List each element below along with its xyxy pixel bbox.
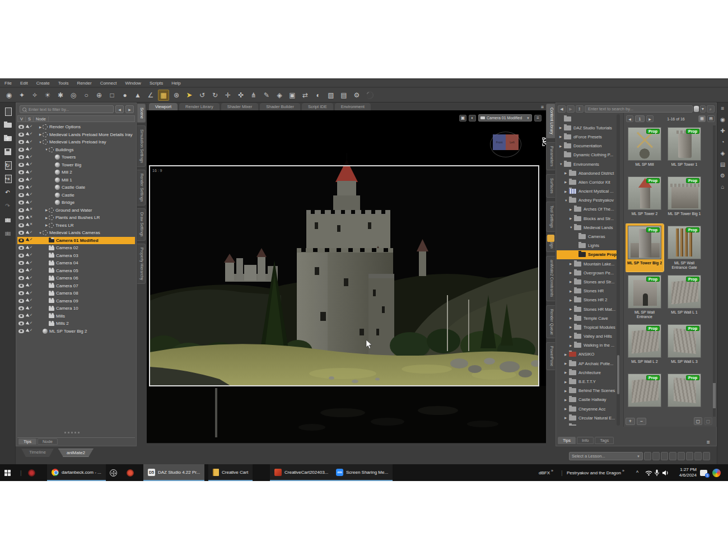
folder-row[interactable]: ▶ Tropical Modules [557,323,617,332]
asset-thumbnail[interactable]: Prop [628,127,661,161]
visibility-eye-icon[interactable] [18,133,24,137]
viewport-tab[interactable]: Script IDE [302,103,333,110]
pane-tab[interactable]: PowerPose [546,342,555,370]
dock-icon[interactable]: ↶ [3,188,12,197]
toolbar-icon[interactable]: ⋔ [248,90,259,101]
visibility-eye-icon[interactable] [18,193,24,197]
asset-thumbnail[interactable]: Prop [668,226,701,259]
back-button[interactable]: ◀ [558,105,566,113]
dock-icon[interactable] [3,120,12,129]
selectable-pointer-icon[interactable]: ✓ [26,276,32,281]
lesson-nav-button[interactable] [678,452,685,460]
selectable-pointer-icon[interactable]: ✕ [26,207,32,213]
expand-twisty[interactable]: ▶ [570,335,573,338]
timeline-tab[interactable]: Timeline [21,449,54,457]
lesson-nav-button[interactable] [669,452,676,460]
pane-tab[interactable]: Surfaces [546,174,555,198]
asset-thumbnail[interactable]: Prop [668,176,701,210]
scene-node-row[interactable]: ✓ ▼ Medieval Lands Cameras [17,229,135,237]
toolbar-icon[interactable]: ▣ [287,90,298,101]
folder-row[interactable]: ▶ Mountain Lake... [557,259,617,268]
selectable-pointer-icon[interactable]: ✓ [26,306,32,311]
pane-tab[interactable]: Tool Settings [546,202,555,232]
scene-node-row[interactable]: ✓ Camera 05 [17,267,135,275]
lesson-nav-button[interactable] [652,452,660,460]
expand-twisty[interactable]: ▶ [564,171,568,175]
asset-tile[interactable]: Prop ML SP Wall L 2 [626,323,664,370]
taskbar-app-browser[interactable]: dartanbeck.com - ... [47,464,106,481]
folder-row[interactable]: ▼ Environments [557,160,617,169]
viewport-tab[interactable]: Render Library [179,103,220,110]
visibility-eye-icon[interactable] [18,178,24,182]
selectable-pointer-icon[interactable]: ✕ [26,222,32,228]
menu-item[interactable]: Render [77,81,91,86]
visibility-eye-icon[interactable] [18,306,24,310]
visibility-eye-icon[interactable] [18,140,24,144]
visibility-eye-icon[interactable] [18,231,24,235]
selectable-pointer-icon[interactable]: ✓ [26,237,32,243]
panel-resize-handle[interactable] [64,432,81,433]
scene-node-row[interactable]: ✓ Mills 2 [17,320,135,328]
menu-item[interactable]: Help [171,81,180,86]
visibility-eye-icon[interactable] [18,291,24,295]
expand-twisty[interactable]: ▶ [570,280,573,283]
asset-thumbnail[interactable]: Prop [628,226,661,259]
viewport-tab[interactable]: Shader Builder [260,103,300,110]
selectable-pointer-icon[interactable]: ✓ [26,185,32,190]
pane-tab[interactable]: Draw Settings [137,208,146,241]
folder-row[interactable]: ▶ Cheyenne Acc [557,404,617,413]
selectable-pointer-icon[interactable]: ✓ [26,147,32,152]
search-icon[interactable]: ⌕ [707,105,715,113]
expand-twisty[interactable]: ▶ [564,416,568,419]
toolbar-icon[interactable]: ○ [81,90,92,101]
scene-bottom-tab[interactable]: Tips [18,438,36,445]
pane-tab[interactable]: Property Hierarchy [137,244,146,284]
toolbar-icon[interactable]: ✦ [16,90,27,101]
expand-twisty[interactable]: ▶ [564,371,568,374]
selectable-pointer-icon[interactable]: ✓ [26,268,32,273]
expand-twisty[interactable]: ▶ [559,135,563,138]
folder-row[interactable]: ▶ dForce Presets [557,132,617,141]
folder-row[interactable]: ▶ Castle Hallway [557,395,617,404]
visibility-eye-icon[interactable] [18,208,24,212]
asset-thumbnail[interactable]: Prop [668,374,701,407]
visibility-eye-icon[interactable] [18,185,24,189]
expand-twisty[interactable]: ▶ [564,407,568,410]
asset-thumbnail[interactable]: Prop [628,176,661,210]
folder-row[interactable]: ▶ B.E.T.T.Y [557,377,617,386]
folder-row[interactable]: ▶ Behind The Scenes [557,386,617,395]
folder-row[interactable]: ▶ Stones HR Mat... [557,305,617,314]
folder-row[interactable]: ▶ Arches Of The... [557,205,617,214]
menu-item[interactable]: File [4,81,12,86]
expand-twisty[interactable]: ▼ [38,141,43,144]
database-icon[interactable] [694,106,699,112]
visibility-eye-icon[interactable] [18,155,24,159]
selectable-pointer-icon[interactable]: ✓ [26,170,32,175]
notification-icon[interactable]: 5 [700,464,707,481]
asset-thumbnail[interactable]: Prop [628,275,661,309]
asset-thumbnail[interactable]: Prop [668,127,701,161]
expand-twisty[interactable]: ▶ [570,208,573,211]
dock-icon[interactable]: ↓ [3,214,12,223]
scene-node-row[interactable]: ✓ Castle [17,192,135,199]
scene-bottom-tab[interactable]: Node [38,438,58,445]
dock-icon[interactable]: ◉ [720,116,725,123]
expand-twisty[interactable]: ▼ [559,162,563,166]
folder-row[interactable]: ▶ Architecture [557,368,617,377]
selectable-pointer-icon[interactable]: ✓ [26,291,32,296]
asset-tile[interactable]: Prop ML SP Tower 2 [626,175,664,222]
visibility-eye-icon[interactable] [18,276,24,280]
expand-twisty[interactable]: ▶ [570,307,573,311]
expand-twisty[interactable]: ▼ [44,148,49,151]
scene-node-row[interactable]: ✓ Camera 08 [17,290,135,297]
expand-twisty[interactable]: ▶ [564,190,568,193]
pane-tab[interactable]: Parameters [546,142,555,170]
toolbar-icon[interactable]: ☀ [42,90,53,101]
toolbar-icon[interactable]: ⇄ [300,90,311,101]
pane-tab[interactable]: Simulation Settings [137,125,146,167]
filter-next-button[interactable]: ▶ [125,105,134,113]
menu-item[interactable]: Edit [20,81,28,86]
visibility-eye-icon[interactable] [18,269,24,273]
folder-row[interactable]: ▶ Alien Corridor Kit [557,178,617,186]
toolbar-icon[interactable]: ▲ [132,90,143,101]
